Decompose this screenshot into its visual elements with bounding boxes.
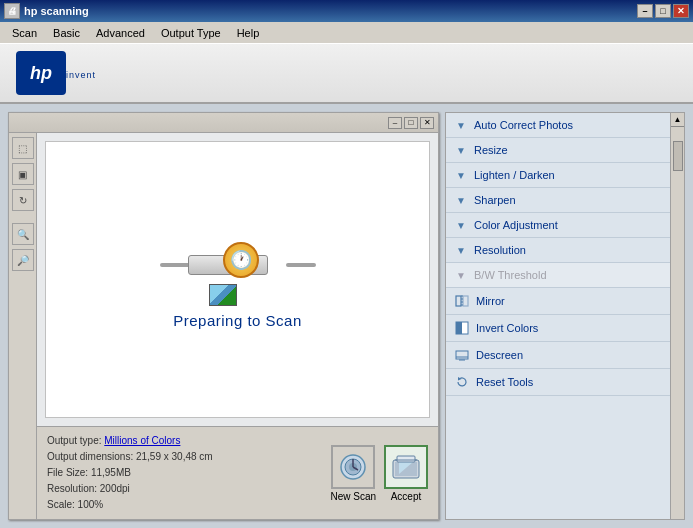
scan-preview: 🕐 Preparing to Scan xyxy=(45,141,430,418)
new-scan-button[interactable] xyxy=(331,445,375,489)
accept-group: Accept xyxy=(384,445,428,502)
tool-auto-correct-label: Auto Correct Photos xyxy=(474,119,573,131)
menu-output-type[interactable]: Output Type xyxy=(153,25,229,41)
dimensions-label: Output dimensions: xyxy=(47,451,133,462)
tool-lighten-darken[interactable]: ▼ Lighten / Darken xyxy=(446,163,670,188)
tool-color-adjustment[interactable]: ▼ Color Adjustment xyxy=(446,213,670,238)
tool-crop[interactable]: ▣ xyxy=(12,163,34,185)
tool-descreen-label: Descreen xyxy=(476,349,523,361)
arrow-icon: ▼ xyxy=(454,168,468,182)
scan-icon-area: 🕐 xyxy=(178,230,298,300)
tool-auto-correct[interactable]: ▼ Auto Correct Photos xyxy=(446,113,670,138)
preparing-text: Preparing to Scan xyxy=(173,312,302,329)
scroll-up-button[interactable]: ▲ xyxy=(671,113,685,127)
tool-bw-threshold: ▼ B/W Threshold xyxy=(446,263,670,288)
maximize-button[interactable]: □ xyxy=(655,4,671,18)
resolution-line: Resolution: 200dpi xyxy=(47,481,213,497)
tool-zoom-in[interactable]: 🔍 xyxy=(12,223,34,245)
tool-resolution-label: Resolution xyxy=(474,244,526,256)
tool-mirror-label: Mirror xyxy=(476,295,505,307)
info-text: Output type: Millions of Colors Output d… xyxy=(47,433,213,513)
inner-close-button[interactable]: ✕ xyxy=(420,117,434,129)
clock-icon: 🕐 xyxy=(223,242,259,278)
svg-rect-10 xyxy=(456,296,461,306)
tool-reset-tools[interactable]: Reset Tools xyxy=(446,369,670,396)
right-panel: ▼ Auto Correct Photos ▼ Resize ▼ Lighten… xyxy=(445,112,685,520)
tool-resolution[interactable]: ▼ Resolution xyxy=(446,238,670,263)
scanner-arm-left xyxy=(160,263,190,267)
minimize-button[interactable]: – xyxy=(637,4,653,18)
invert-colors-icon xyxy=(454,320,470,336)
new-scan-label: New Scan xyxy=(330,491,376,502)
tool-resize-label: Resize xyxy=(474,144,508,156)
bottom-buttons: New Scan xyxy=(330,445,428,502)
new-scan-icon xyxy=(338,452,368,482)
title-bar: 🖨 hp scanning – □ ✕ xyxy=(0,0,693,22)
tool-mirror[interactable]: Mirror xyxy=(446,288,670,315)
arrow-icon-disabled: ▼ xyxy=(454,268,468,282)
svg-rect-14 xyxy=(456,322,462,334)
hp-invent-text: invent xyxy=(66,70,96,80)
resolution-value: 200dpi xyxy=(100,483,130,494)
tool-bw-threshold-label: B/W Threshold xyxy=(474,269,547,281)
arrow-icon: ▼ xyxy=(454,243,468,257)
scale-label: Scale: xyxy=(47,499,75,510)
svg-rect-11 xyxy=(463,296,468,306)
inner-window: – □ ✕ ⬚ ▣ ↻ 🔍 🔎 xyxy=(8,112,439,520)
svg-rect-15 xyxy=(456,351,468,359)
right-tools-list: ▼ Auto Correct Photos ▼ Resize ▼ Lighten… xyxy=(446,113,670,519)
tool-sharpen-label: Sharpen xyxy=(474,194,516,206)
tool-select[interactable]: ⬚ xyxy=(12,137,34,159)
tool-rotate[interactable]: ↻ xyxy=(12,189,34,211)
accept-button[interactable] xyxy=(384,445,428,489)
tool-reset-tools-label: Reset Tools xyxy=(476,376,533,388)
scroll-thumb[interactable] xyxy=(673,141,683,171)
window-title: hp scanning xyxy=(24,5,637,17)
filesize-line: File Size: 11,95MB xyxy=(47,465,213,481)
tool-invert-colors[interactable]: Invert Colors xyxy=(446,315,670,342)
menu-advanced[interactable]: Advanced xyxy=(88,25,153,41)
close-button[interactable]: ✕ xyxy=(673,4,689,18)
scale-line: Scale: 100% xyxy=(47,497,213,513)
hp-logo: hp xyxy=(16,51,66,95)
app-icon: 🖨 xyxy=(4,3,20,19)
scanner-graphic: 🕐 xyxy=(178,230,298,300)
menu-help[interactable]: Help xyxy=(229,25,268,41)
main-content: – □ ✕ ⬚ ▣ ↻ 🔍 🔎 xyxy=(0,104,693,528)
scrollbar-vertical[interactable]: ▲ xyxy=(670,113,684,519)
logo-area: hp invent xyxy=(0,44,693,104)
menu-bar: Scan Basic Advanced Output Type Help xyxy=(0,22,693,44)
dimensions-line: Output dimensions: 21,59 x 30,48 cm xyxy=(47,449,213,465)
tool-descreen[interactable]: Descreen xyxy=(446,342,670,369)
tool-lighten-darken-label: Lighten / Darken xyxy=(474,169,555,181)
tool-invert-colors-label: Invert Colors xyxy=(476,322,538,334)
arrow-icon: ▼ xyxy=(454,118,468,132)
preview-content: 🕐 Preparing to Scan Output type: Million… xyxy=(37,133,438,519)
preview-area: ⬚ ▣ ↻ 🔍 🔎 xyxy=(9,133,438,519)
inner-maximize-button[interactable]: □ xyxy=(404,117,418,129)
accept-label: Accept xyxy=(391,491,422,502)
arrow-icon: ▼ xyxy=(454,218,468,232)
scale-value: 100% xyxy=(78,499,104,510)
menu-basic[interactable]: Basic xyxy=(45,25,88,41)
filesize-value: 11,95MB xyxy=(91,467,131,478)
menu-scan[interactable]: Scan xyxy=(4,25,45,41)
accept-icon xyxy=(391,452,421,482)
tool-resize[interactable]: ▼ Resize xyxy=(446,138,670,163)
arrow-icon: ▼ xyxy=(454,193,468,207)
inner-minimize-button[interactable]: – xyxy=(388,117,402,129)
inner-title-bar: – □ ✕ xyxy=(9,113,438,133)
reset-icon xyxy=(454,374,470,390)
tool-zoom-out[interactable]: 🔎 xyxy=(12,249,34,271)
tool-color-adjustment-label: Color Adjustment xyxy=(474,219,558,231)
window-controls: – □ ✕ xyxy=(637,4,689,18)
photo-icon xyxy=(209,284,237,306)
mirror-icon xyxy=(454,293,470,309)
dimensions-value: 21,59 x 30,48 cm xyxy=(136,451,213,462)
arrow-icon: ▼ xyxy=(454,143,468,157)
left-toolbar: ⬚ ▣ ↻ 🔍 🔎 xyxy=(9,133,37,519)
output-type-value[interactable]: Millions of Colors xyxy=(104,435,180,446)
resolution-label: Resolution: xyxy=(47,483,97,494)
tool-sharpen[interactable]: ▼ Sharpen xyxy=(446,188,670,213)
scanner-arm-right xyxy=(286,263,316,267)
